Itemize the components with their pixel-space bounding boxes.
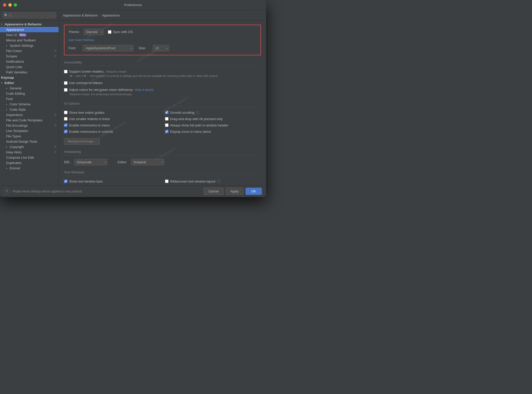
widescreen-layout-checkbox[interactable] [165, 179, 169, 183]
option-text: Drag-and-drop with Alt pressed only [170, 117, 223, 121]
sidebar-item-file-code-templates[interactable]: File and Code Templates [0, 118, 59, 123]
enable-mnemonics-controls-checkbox[interactable] [64, 130, 68, 133]
expand-arrow-editor [1, 81, 5, 84]
sidebar-item-file-colors[interactable]: File Colors ⚙ [0, 48, 59, 54]
sidebar-item-file-encodings[interactable]: File Encodings ⚙ [0, 123, 59, 128]
drag-drop-checkbox[interactable] [165, 117, 169, 121]
close-button[interactable] [3, 3, 6, 7]
sidebar-item-appearance[interactable]: Appearance [0, 27, 59, 32]
sidebar-item-label: Compose Live Edit [6, 156, 34, 159]
sync-os-checkbox-label[interactable]: Sync with OS [108, 30, 133, 34]
enable-mnemonics-controls-label[interactable]: Enable mnemonics in controls [64, 130, 113, 134]
sidebar-item-inspections[interactable]: Inspections ⚙ [0, 112, 59, 118]
sidebar-item-label: File Encodings [6, 124, 28, 127]
font-dropdown[interactable]: .AppleSystemUIFont [83, 45, 134, 51]
smaller-indents-checkbox[interactable] [64, 117, 68, 121]
widescreen-layout-label[interactable]: Widescreen tool window layout [165, 179, 215, 183]
smooth-scrolling-row: Smooth scrolling ? [165, 111, 261, 114]
ide-antialiasing-dropdown[interactable]: Greyscale [74, 159, 107, 165]
tool-windows-section: Tool Windows Show tool window bars [64, 170, 261, 185]
full-path-checkbox[interactable] [165, 123, 169, 127]
sidebar-item-system-settings[interactable]: System Settings [0, 43, 59, 48]
sync-os-checkbox[interactable] [108, 30, 111, 34]
show-tree-indent-label[interactable]: Show tree indent guides [64, 111, 104, 114]
footer: ? Project-level settings will be applied… [0, 185, 266, 197]
sidebar-item-file-types[interactable]: File Types [0, 134, 59, 139]
sidebar-item-code-style[interactable]: Code Style [0, 107, 59, 112]
sidebar-item-label: Inlay Hints [6, 150, 22, 154]
editor-antialiasing-dropdown[interactable]: Subpixel [131, 159, 164, 165]
smooth-scrolling-help-icon[interactable]: ? [196, 111, 200, 114]
sidebar: 🔍 Appearance & Behavior Appearance New U… [0, 10, 59, 185]
sidebar-item-path-variables[interactable]: Path Variables [0, 70, 59, 75]
apply-button[interactable]: Apply [226, 188, 244, 195]
gear-icon: ⚙ [54, 145, 57, 149]
sidebar-item-new-ui[interactable]: New UI Beta [0, 32, 59, 38]
smooth-scrolling-label[interactable]: Smooth scrolling [165, 111, 194, 114]
drag-drop-label[interactable]: Drag-and-drop with Alt pressed only [165, 117, 223, 121]
enable-mnemonics-menu-checkbox[interactable] [64, 123, 68, 127]
show-tree-indent-checkbox[interactable] [64, 111, 68, 114]
sidebar-item-compose-live-edit[interactable]: Compose Live Edit [0, 155, 59, 160]
sidebar-item-android-design[interactable]: Android Design Tools [0, 139, 59, 144]
nav-back-arrow[interactable]: ← [249, 13, 254, 18]
theme-dropdown[interactable]: Darcula [84, 29, 104, 35]
sidebar-item-quick-lists[interactable]: Quick Lists [0, 64, 59, 70]
sidebar-item-label: Android Design Tools [6, 140, 37, 143]
display-icons-label[interactable]: Display icons in menu items [165, 130, 211, 134]
maximize-button[interactable] [14, 3, 17, 7]
sidebar-item-label: File Types [6, 134, 21, 138]
expand-arrow-system [6, 44, 10, 47]
sidebar-item-scopes[interactable]: Scopes ⚙ [0, 54, 59, 59]
how-it-works-link[interactable]: How it works [135, 88, 154, 92]
sidebar-item-inlay-hints[interactable]: Inlay Hints ⚙ [0, 150, 59, 155]
nav-forward-arrow[interactable]: → [256, 13, 262, 18]
sidebar-section-editor[interactable]: Editor [0, 80, 59, 86]
contrast-label[interactable]: Use contrast scrollbars [64, 81, 261, 85]
help-button[interactable]: ? [4, 189, 10, 194]
sidebar-item-color-scheme[interactable]: Color Scheme [0, 102, 59, 107]
sidebar-section-appearance-behavior[interactable]: Appearance & Behavior [0, 22, 59, 27]
window-controls [3, 3, 17, 7]
search-input[interactable] [3, 12, 56, 18]
screen-readers-checkbox[interactable] [64, 70, 68, 73]
contrast-checkbox[interactable] [64, 81, 68, 85]
enable-mnemonics-menu-label[interactable]: Enable mnemonics in menu [64, 123, 110, 127]
show-tool-window-bars-checkbox[interactable] [64, 179, 68, 183]
screen-readers-item: Support screen readers Requires restart … [64, 70, 261, 78]
sidebar-item-copyright[interactable]: Copyright ⚙ [0, 144, 59, 150]
background-image-button[interactable]: Background Image... [64, 138, 100, 145]
screen-readers-label[interactable]: Support screen readers Requires restart [64, 70, 261, 73]
sidebar-item-label: Copyright [10, 145, 24, 149]
drag-drop-row: Drag-and-drop with Alt pressed only [165, 117, 261, 121]
sidebar-item-label: Notifications [6, 60, 24, 63]
sidebar-item-live-templates[interactable]: Live Templates [0, 128, 59, 134]
sidebar-item-emmet[interactable]: Emmet [0, 166, 59, 171]
sidebar-item-font[interactable]: Font [0, 96, 59, 102]
show-tool-window-bars-label[interactable]: Show tool window bars [64, 179, 103, 183]
sidebar-section-keymap[interactable]: Keymap [0, 75, 59, 80]
get-more-themes-link[interactable]: Get more themes [69, 38, 94, 42]
ui-options-right: Smooth scrolling ? Drag-and-drop with Al… [165, 111, 261, 134]
ok-button[interactable]: OK [245, 188, 262, 195]
smaller-indents-label[interactable]: Use smaller indents in trees [64, 117, 110, 121]
sidebar-item-notifications[interactable]: Notifications [0, 59, 59, 64]
sidebar-item-general[interactable]: General [0, 86, 59, 91]
display-icons-checkbox[interactable] [165, 130, 169, 133]
size-dropdown[interactable]: 13 [153, 45, 169, 51]
option-text: Display icons in menu items [170, 130, 211, 134]
color-adjust-label[interactable]: Adjust colors for red-green vision defic… [64, 88, 133, 92]
ui-options-section: UI Options Show tree indent guides [64, 102, 261, 145]
sidebar-item-code-editing[interactable]: Code Editing [0, 91, 59, 96]
cancel-button[interactable]: Cancel [204, 188, 223, 195]
smooth-scrolling-checkbox[interactable] [165, 111, 169, 114]
smaller-indents-row: Use smaller indents in trees [64, 117, 160, 121]
sidebar-item-duplicates[interactable]: Duplicates [0, 160, 59, 166]
sidebar-item-menus-toolbars[interactable]: Menus and Toolbars [0, 38, 59, 43]
color-adjust-checkbox[interactable] [64, 88, 68, 92]
widescreen-help-icon[interactable]: ? [217, 179, 220, 183]
window-title: Preferences [124, 3, 142, 7]
breadcrumb-parent: Appearance & Behavior [63, 13, 98, 17]
minimize-button[interactable] [8, 3, 12, 7]
full-path-label[interactable]: Always show full path in window header [165, 123, 228, 127]
